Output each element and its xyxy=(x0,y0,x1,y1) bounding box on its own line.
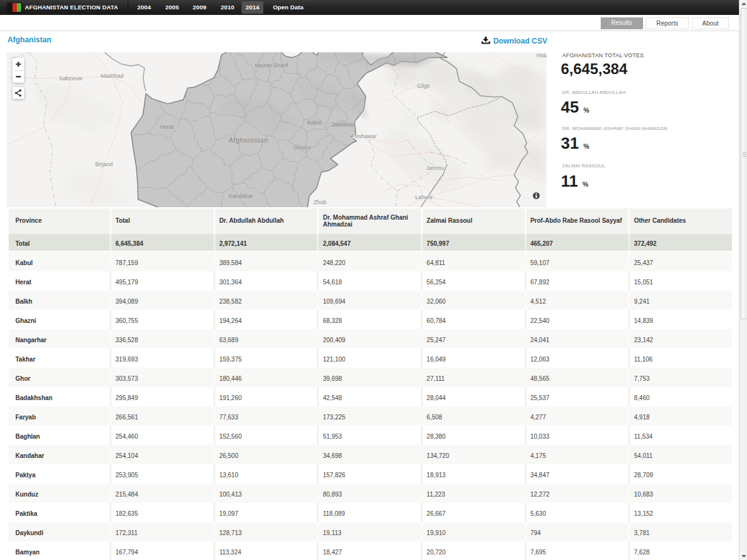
svg-text:Herat: Herat xyxy=(160,124,174,130)
svg-text:Hotan: Hotan xyxy=(537,52,547,58)
svg-text:Mashhad: Mashhad xyxy=(100,73,123,79)
svg-text:Sabzevar: Sabzevar xyxy=(59,75,83,82)
svg-text:Zhob: Zhob xyxy=(314,199,327,205)
svg-text:Ghazni: Ghazni xyxy=(293,144,311,151)
svg-text:Afghanistan: Afghanistan xyxy=(228,136,268,144)
svg-text:Peshawar: Peshawar xyxy=(352,133,377,139)
svg-text:Lahore: Lahore xyxy=(415,194,433,200)
svg-text:Jammu: Jammu xyxy=(426,165,444,171)
svg-text:Jalalabad: Jalalabad xyxy=(331,121,355,128)
svg-text:Mazari Sharif: Mazari Sharif xyxy=(255,62,288,68)
svg-text:Kabul: Kabul xyxy=(307,119,321,126)
svg-text:Birjand: Birjand xyxy=(95,161,113,167)
svg-text:Gilgit: Gilgit xyxy=(417,83,430,89)
svg-text:Kandahar: Kandahar xyxy=(228,193,253,199)
